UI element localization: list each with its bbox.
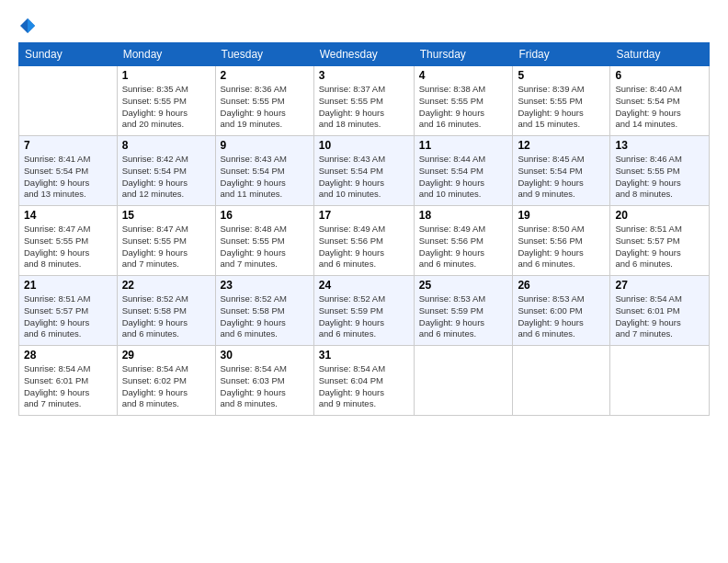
- week-row-3: 14Sunrise: 8:47 AM Sunset: 5:55 PM Dayli…: [19, 206, 710, 276]
- weekday-sunday: Sunday: [19, 43, 118, 66]
- day-number: 6: [615, 69, 704, 82]
- day-number: 5: [518, 69, 605, 82]
- day-number: 30: [221, 349, 309, 362]
- day-info: Sunrise: 8:48 AM Sunset: 5:55 PM Dayligh…: [221, 224, 309, 270]
- calendar-cell: 5Sunrise: 8:39 AM Sunset: 5:55 PM Daylig…: [513, 66, 610, 136]
- calendar-cell: 17Sunrise: 8:49 AM Sunset: 5:56 PM Dayli…: [313, 206, 414, 276]
- logo-icon: [18, 17, 37, 35]
- day-number: 12: [518, 139, 605, 152]
- day-number: 31: [319, 349, 409, 362]
- calendar-cell: 1Sunrise: 8:35 AM Sunset: 5:55 PM Daylig…: [117, 66, 215, 136]
- logo: [18, 17, 40, 35]
- calendar-cell: 8Sunrise: 8:42 AM Sunset: 5:54 PM Daylig…: [117, 136, 215, 206]
- day-info: Sunrise: 8:52 AM Sunset: 5:58 PM Dayligh…: [122, 293, 210, 340]
- calendar-cell: 6Sunrise: 8:40 AM Sunset: 5:54 PM Daylig…: [610, 66, 710, 136]
- day-number: 10: [319, 139, 409, 152]
- calendar-cell: 4Sunrise: 8:38 AM Sunset: 5:55 PM Daylig…: [414, 66, 513, 136]
- calendar-cell: [19, 66, 118, 136]
- calendar-cell: 20Sunrise: 8:51 AM Sunset: 5:57 PM Dayli…: [610, 206, 710, 276]
- calendar-cell: [610, 346, 710, 416]
- calendar-cell: 23Sunrise: 8:52 AM Sunset: 5:58 PM Dayli…: [215, 276, 313, 346]
- calendar-cell: 28Sunrise: 8:54 AM Sunset: 6:01 PM Dayli…: [19, 346, 118, 416]
- weekday-monday: Monday: [117, 43, 215, 66]
- calendar-cell: 10Sunrise: 8:43 AM Sunset: 5:54 PM Dayli…: [313, 136, 414, 206]
- day-info: Sunrise: 8:50 AM Sunset: 5:56 PM Dayligh…: [518, 224, 605, 270]
- day-number: 9: [221, 139, 309, 152]
- calendar-cell: 29Sunrise: 8:54 AM Sunset: 6:02 PM Dayli…: [117, 346, 215, 416]
- day-info: Sunrise: 8:54 AM Sunset: 6:03 PM Dayligh…: [221, 363, 309, 410]
- week-row-1: 1Sunrise: 8:35 AM Sunset: 5:55 PM Daylig…: [19, 66, 710, 136]
- calendar-table: SundayMondayTuesdayWednesdayThursdayFrid…: [18, 42, 710, 416]
- day-number: 14: [24, 209, 112, 222]
- day-number: 28: [24, 349, 112, 362]
- calendar-page: SundayMondayTuesdayWednesdayThursdayFrid…: [0, 0, 728, 563]
- calendar-cell: [414, 346, 513, 416]
- day-number: 22: [122, 279, 210, 292]
- day-number: 16: [221, 209, 309, 222]
- day-info: Sunrise: 8:37 AM Sunset: 5:55 PM Dayligh…: [319, 84, 409, 131]
- svg-marker-1: [28, 18, 35, 33]
- day-number: 11: [419, 139, 508, 152]
- weekday-saturday: Saturday: [610, 43, 710, 66]
- calendar-cell: 30Sunrise: 8:54 AM Sunset: 6:03 PM Dayli…: [215, 346, 313, 416]
- day-number: 18: [419, 209, 508, 222]
- day-number: 23: [221, 279, 309, 292]
- calendar-cell: 11Sunrise: 8:44 AM Sunset: 5:54 PM Dayli…: [414, 136, 513, 206]
- day-number: 7: [24, 139, 112, 152]
- day-info: Sunrise: 8:54 AM Sunset: 6:01 PM Dayligh…: [615, 293, 704, 340]
- day-number: 4: [419, 69, 508, 82]
- day-number: 27: [615, 279, 704, 292]
- week-row-2: 7Sunrise: 8:41 AM Sunset: 5:54 PM Daylig…: [19, 136, 710, 206]
- calendar-cell: 13Sunrise: 8:46 AM Sunset: 5:55 PM Dayli…: [610, 136, 710, 206]
- day-info: Sunrise: 8:42 AM Sunset: 5:54 PM Dayligh…: [122, 154, 210, 201]
- day-number: 1: [122, 69, 210, 82]
- calendar-cell: 19Sunrise: 8:50 AM Sunset: 5:56 PM Dayli…: [513, 206, 610, 276]
- calendar-cell: 14Sunrise: 8:47 AM Sunset: 5:55 PM Dayli…: [19, 206, 118, 276]
- calendar-cell: 12Sunrise: 8:45 AM Sunset: 5:54 PM Dayli…: [513, 136, 610, 206]
- day-info: Sunrise: 8:53 AM Sunset: 6:00 PM Dayligh…: [518, 293, 605, 340]
- day-info: Sunrise: 8:51 AM Sunset: 5:57 PM Dayligh…: [24, 293, 112, 340]
- calendar-cell: 27Sunrise: 8:54 AM Sunset: 6:01 PM Dayli…: [610, 276, 710, 346]
- day-info: Sunrise: 8:47 AM Sunset: 5:55 PM Dayligh…: [24, 224, 112, 270]
- day-info: Sunrise: 8:47 AM Sunset: 5:55 PM Dayligh…: [122, 224, 210, 270]
- calendar-cell: 2Sunrise: 8:36 AM Sunset: 5:55 PM Daylig…: [215, 66, 313, 136]
- calendar-cell: [513, 346, 610, 416]
- day-number: 29: [122, 349, 210, 362]
- calendar-cell: 25Sunrise: 8:53 AM Sunset: 5:59 PM Dayli…: [414, 276, 513, 346]
- calendar-cell: 15Sunrise: 8:47 AM Sunset: 5:55 PM Dayli…: [117, 206, 215, 276]
- day-info: Sunrise: 8:40 AM Sunset: 5:54 PM Dayligh…: [615, 84, 704, 131]
- calendar-cell: 31Sunrise: 8:54 AM Sunset: 6:04 PM Dayli…: [313, 346, 414, 416]
- week-row-5: 28Sunrise: 8:54 AM Sunset: 6:01 PM Dayli…: [19, 346, 710, 416]
- day-number: 19: [518, 209, 605, 222]
- weekday-wednesday: Wednesday: [313, 43, 414, 66]
- day-info: Sunrise: 8:51 AM Sunset: 5:57 PM Dayligh…: [615, 224, 704, 270]
- day-number: 20: [615, 209, 704, 222]
- day-number: 15: [122, 209, 210, 222]
- day-number: 3: [319, 69, 409, 82]
- weekday-thursday: Thursday: [414, 43, 513, 66]
- day-info: Sunrise: 8:38 AM Sunset: 5:55 PM Dayligh…: [419, 84, 508, 131]
- day-number: 13: [615, 139, 704, 152]
- day-info: Sunrise: 8:35 AM Sunset: 5:55 PM Dayligh…: [122, 84, 210, 131]
- day-number: 2: [221, 69, 309, 82]
- day-info: Sunrise: 8:39 AM Sunset: 5:55 PM Dayligh…: [518, 84, 605, 131]
- header: [18, 17, 710, 35]
- weekday-header-row: SundayMondayTuesdayWednesdayThursdayFrid…: [19, 43, 710, 66]
- day-info: Sunrise: 8:46 AM Sunset: 5:55 PM Dayligh…: [615, 154, 704, 201]
- day-info: Sunrise: 8:53 AM Sunset: 5:59 PM Dayligh…: [419, 293, 508, 340]
- day-number: 17: [319, 209, 409, 222]
- day-number: 26: [518, 279, 605, 292]
- calendar-cell: 16Sunrise: 8:48 AM Sunset: 5:55 PM Dayli…: [215, 206, 313, 276]
- day-info: Sunrise: 8:52 AM Sunset: 5:58 PM Dayligh…: [221, 293, 309, 340]
- day-number: 25: [419, 279, 508, 292]
- day-info: Sunrise: 8:41 AM Sunset: 5:54 PM Dayligh…: [24, 154, 112, 201]
- weekday-tuesday: Tuesday: [215, 43, 313, 66]
- calendar-cell: 22Sunrise: 8:52 AM Sunset: 5:58 PM Dayli…: [117, 276, 215, 346]
- day-info: Sunrise: 8:44 AM Sunset: 5:54 PM Dayligh…: [419, 154, 508, 201]
- calendar-cell: 26Sunrise: 8:53 AM Sunset: 6:00 PM Dayli…: [513, 276, 610, 346]
- day-info: Sunrise: 8:52 AM Sunset: 5:59 PM Dayligh…: [319, 293, 409, 340]
- calendar-cell: 9Sunrise: 8:43 AM Sunset: 5:54 PM Daylig…: [215, 136, 313, 206]
- day-info: Sunrise: 8:54 AM Sunset: 6:02 PM Dayligh…: [122, 363, 210, 410]
- day-number: 21: [24, 279, 112, 292]
- day-info: Sunrise: 8:45 AM Sunset: 5:54 PM Dayligh…: [518, 154, 605, 201]
